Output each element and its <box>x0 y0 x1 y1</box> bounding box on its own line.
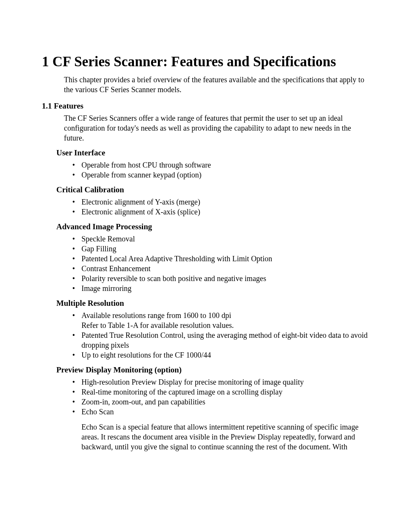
user-interface-list: Operable from host CPU through software … <box>72 160 373 180</box>
list-item: Electronic alignment of X-axis (splice) <box>72 207 373 217</box>
multiple-resolution-heading: Multiple Resolution <box>56 299 373 308</box>
list-item: Electronic alignment of Y-axis (merge) <box>72 197 373 207</box>
list-item: Patented Local Area Adaptive Thresholdin… <box>72 254 373 264</box>
echo-scan-paragraph: Echo Scan is a special feature that allo… <box>81 422 373 452</box>
list-item: High-resolution Preview Display for prec… <box>72 377 373 387</box>
list-item-line: Available resolutions range from 1600 to… <box>81 310 373 320</box>
list-item: Polarity reversible to scan both positiv… <box>72 273 373 283</box>
list-item: Available resolutions range from 1600 to… <box>72 310 373 330</box>
critical-calibration-heading: Critical Calibration <box>56 185 373 195</box>
list-item: Speckle Removal <box>72 234 373 244</box>
advanced-image-processing-heading: Advanced Image Processing <box>56 222 373 232</box>
list-item: Contrast Enhancement <box>72 264 373 273</box>
user-interface-heading: User Interface <box>56 148 373 158</box>
chapter-title: 1 CF Series Scanner: Features and Specif… <box>42 53 373 70</box>
list-item: Patented True Resolution Control, using … <box>72 330 373 350</box>
advanced-image-processing-list: Speckle Removal Gap Filling Patented Loc… <box>72 234 373 293</box>
features-intro: The CF Series Scanners offer a wide rang… <box>64 113 373 143</box>
list-item: Gap Filling <box>72 244 373 254</box>
critical-calibration-list: Electronic alignment of Y-axis (merge) E… <box>72 197 373 217</box>
preview-display-list: High-resolution Preview Display for prec… <box>72 377 373 417</box>
multiple-resolution-list: Available resolutions range from 1600 to… <box>72 310 373 360</box>
features-heading: 1.1 Features <box>42 101 373 111</box>
list-item: Image mirroring <box>72 283 373 293</box>
list-item: Echo Scan <box>72 407 373 417</box>
chapter-intro: This chapter provides a brief overview o… <box>64 75 373 94</box>
preview-display-heading: Preview Display Monitoring (option) <box>56 365 373 375</box>
list-item: Operable from host CPU through software <box>72 160 373 170</box>
list-item: Real-time monitoring of the captured ima… <box>72 387 373 397</box>
list-item: Zoom-in, zoom-out, and pan capabilities <box>72 397 373 407</box>
list-item: Operable from scanner keypad (option) <box>72 170 373 180</box>
list-item-line: Refer to Table 1-A for available resolut… <box>81 320 373 330</box>
list-item: Up to eight resolutions for the CF 1000/… <box>72 350 373 360</box>
